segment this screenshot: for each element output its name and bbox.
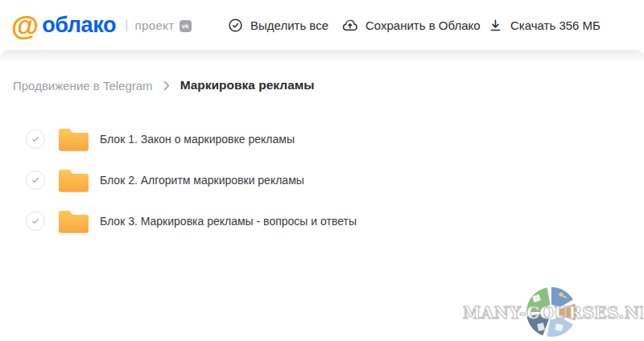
breadcrumb-current: Маркировка рекламы	[180, 78, 315, 92]
breadcrumb: Продвижение в Telegram Маркировка реклам…	[13, 76, 314, 94]
folder-name: Блок 1. Закон о маркировке рекламы	[100, 133, 295, 146]
watermark: MANY-COURSES.NET	[463, 283, 643, 341]
check-icon	[29, 215, 42, 228]
header: @ облако | проект vk Выделить все Сохран…	[0, 0, 644, 50]
row-checkbox[interactable]	[26, 170, 45, 190]
folder-row-3[interactable]: Блок 3. Маркировка рекламы - вопросы и о…	[26, 202, 357, 240]
download-button[interactable]: Скачать 356 МБ	[488, 0, 601, 50]
save-to-cloud-button[interactable]: Сохранить в Облако	[341, 0, 481, 50]
folder-name: Блок 3. Маркировка рекламы - вопросы и о…	[100, 215, 357, 228]
folder-row-2[interactable]: Блок 2. Алгоритм маркировки рекламы	[26, 161, 357, 199]
save-to-cloud-label: Сохранить в Облако	[365, 18, 481, 32]
folder-icon	[58, 167, 89, 193]
brand-wordmark: облако	[42, 13, 116, 38]
chevron-right-icon	[163, 80, 170, 91]
breadcrumb-parent-link[interactable]: Продвижение в Telegram	[13, 79, 153, 92]
cloud-logo[interactable]: @ облако | проект vk	[11, 0, 192, 50]
folder-icon	[58, 208, 89, 234]
mailru-at-icon: @	[11, 11, 39, 39]
download-icon	[488, 18, 503, 33]
check-circle-icon	[228, 18, 243, 33]
select-all-button[interactable]: Выделить все	[228, 0, 328, 50]
folder-name: Блок 2. Алгоритм маркировки рекламы	[100, 174, 304, 187]
cloud-upload-icon	[341, 17, 358, 34]
header-shadow	[0, 50, 644, 62]
row-checkbox[interactable]	[26, 129, 45, 149]
vk-badge-icon: vk	[180, 20, 192, 32]
folder-list: Блок 1. Закон о маркировке рекламы Блок …	[26, 120, 357, 243]
check-icon	[29, 133, 42, 146]
folder-row-1[interactable]: Блок 1. Закон о маркировке рекламы	[26, 120, 357, 158]
select-all-label: Выделить все	[250, 18, 328, 32]
row-checkbox[interactable]	[26, 212, 45, 231]
watermark-text: MANY-COURSES.NET	[463, 303, 643, 323]
folder-icon	[58, 126, 89, 152]
watermark-globe-logo	[526, 286, 577, 339]
logo-divider: |	[125, 17, 128, 33]
check-icon	[29, 174, 42, 187]
project-label: проект	[134, 18, 174, 32]
download-label: Скачать 356 МБ	[510, 18, 601, 32]
